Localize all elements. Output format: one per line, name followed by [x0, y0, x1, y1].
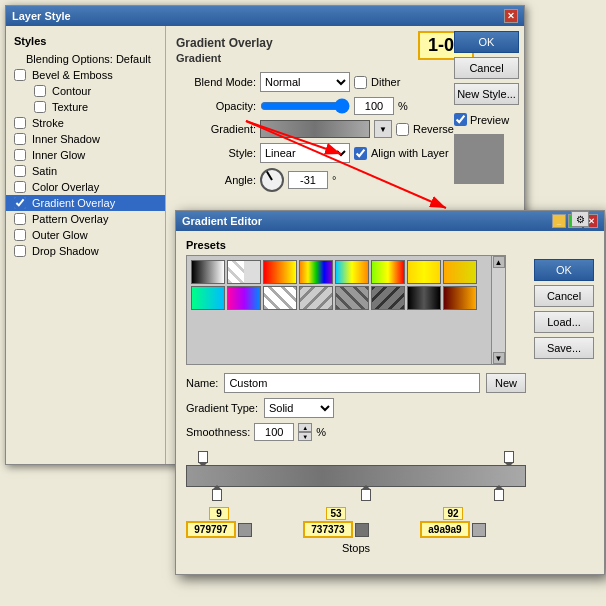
stop-color-3-row: a9a9a9 [420, 521, 486, 538]
blending-options-label: Blending Options: Default [26, 53, 151, 65]
angle-input[interactable] [288, 171, 328, 189]
preview-checkbox[interactable] [454, 113, 467, 126]
sidebar-item-pattern-overlay[interactable]: Pattern Overlay [6, 211, 165, 227]
preset-swatch[interactable] [335, 286, 369, 310]
bevel-checkbox[interactable] [14, 69, 26, 81]
blend-mode-select[interactable]: Normal [260, 72, 350, 92]
opacity-slider[interactable] [260, 98, 350, 114]
gradient-editor-title: Gradient Editor [182, 215, 262, 227]
sidebar-item-bevel[interactable]: Bevel & Emboss [6, 67, 165, 83]
ge-save-button[interactable]: Save... [534, 337, 594, 359]
stop-info-1: 9 979797 [186, 507, 252, 538]
reverse-row: Reverse [396, 123, 454, 136]
scroll-down-btn[interactable]: ▼ [493, 352, 505, 364]
sidebar-item-inner-shadow[interactable]: Inner Shadow [6, 131, 165, 147]
angle-label: Angle: [176, 174, 256, 186]
sidebar-item-outer-glow[interactable]: Outer Glow [6, 227, 165, 243]
sidebar-item-blending-options[interactable]: Blending Options: Default [6, 51, 165, 67]
color-stop-marker-3[interactable] [494, 489, 504, 501]
opacity-label: Opacity: [176, 100, 256, 112]
sidebar-item-stroke[interactable]: Stroke [6, 115, 165, 131]
gradient-bar[interactable] [186, 465, 526, 487]
gradient-type-select[interactable]: Solid [264, 398, 334, 418]
smoothness-input[interactable] [254, 423, 294, 441]
sidebar-item-texture[interactable]: Texture [6, 99, 165, 115]
ge-load-button[interactable]: Load... [534, 311, 594, 333]
ok-button[interactable]: OK [454, 31, 519, 53]
top-stop-marker[interactable] [504, 451, 514, 463]
preset-swatch[interactable] [299, 260, 333, 284]
ge-ok-button[interactable]: OK [534, 259, 594, 281]
gradient-editor-buttons: OK Cancel Load... Save... [534, 239, 594, 566]
stroke-checkbox[interactable] [14, 117, 26, 129]
smoothness-up-btn[interactable]: ▲ [298, 423, 312, 432]
gradient-dropdown-btn[interactable]: ▼ [374, 120, 392, 138]
stroke-label: Stroke [32, 117, 64, 129]
outer-glow-checkbox[interactable] [14, 229, 26, 241]
angle-dial[interactable] [260, 168, 284, 192]
sidebar-item-contour[interactable]: Contour [6, 83, 165, 99]
gradient-editor-body: Presets ⚙ [176, 231, 604, 574]
top-stop-marker[interactable] [198, 451, 208, 463]
preset-swatch[interactable] [371, 286, 405, 310]
drop-shadow-checkbox[interactable] [14, 245, 26, 257]
preset-swatch[interactable] [191, 260, 225, 284]
gradient-bar-container [186, 451, 526, 501]
close-icon[interactable]: ✕ [504, 9, 518, 23]
preset-swatch[interactable] [263, 286, 297, 310]
scroll-up-btn[interactable]: ▲ [493, 256, 505, 268]
minimize-icon[interactable]: _ [552, 214, 566, 228]
preset-swatch[interactable] [371, 260, 405, 284]
preset-swatch[interactable] [407, 260, 441, 284]
new-style-button[interactable]: New Style... [454, 83, 519, 105]
contour-checkbox[interactable] [34, 85, 46, 97]
preset-swatch[interactable] [443, 260, 477, 284]
preset-swatch[interactable] [407, 286, 441, 310]
preset-swatch[interactable] [299, 286, 333, 310]
bottom-stops [186, 487, 526, 501]
presets-header: Presets ⚙ [186, 239, 496, 255]
stop-swatch-3[interactable] [472, 523, 486, 537]
stop-hex-3: a9a9a9 [420, 521, 470, 538]
preset-swatch[interactable] [443, 286, 477, 310]
smoothness-down-btn[interactable]: ▼ [298, 432, 312, 441]
gradient-preview[interactable] [260, 120, 370, 138]
cancel-button[interactable]: Cancel [454, 57, 519, 79]
ge-cancel-button[interactable]: Cancel [534, 285, 594, 307]
sidebar-item-satin[interactable]: Satin [6, 163, 165, 179]
satin-checkbox[interactable] [14, 165, 26, 177]
sidebar-item-color-overlay[interactable]: Color Overlay [6, 179, 165, 195]
dither-checkbox[interactable] [354, 76, 367, 89]
opacity-input[interactable] [354, 97, 394, 115]
preset-swatch[interactable] [191, 286, 225, 310]
dither-row: Dither [354, 76, 400, 89]
sidebar-item-inner-glow[interactable]: Inner Glow [6, 147, 165, 163]
gradient-overlay-checkbox[interactable] [14, 197, 26, 209]
gradient-label: Gradient: [176, 123, 256, 135]
new-gradient-button[interactable]: New [486, 373, 526, 393]
name-input[interactable] [224, 373, 480, 393]
color-stop-marker-2[interactable] [361, 489, 371, 501]
style-select[interactable]: Linear [260, 143, 350, 163]
color-overlay-checkbox[interactable] [14, 181, 26, 193]
inner-shadow-label: Inner Shadow [32, 133, 100, 145]
align-layer-checkbox[interactable] [354, 147, 367, 160]
sidebar-item-gradient-overlay[interactable]: Gradient Overlay [6, 195, 165, 211]
reverse-checkbox[interactable] [396, 123, 409, 136]
pattern-overlay-checkbox[interactable] [14, 213, 26, 225]
stop-swatch-2[interactable] [355, 523, 369, 537]
preset-swatch[interactable] [263, 260, 297, 284]
color-stop-marker-1[interactable] [212, 489, 222, 501]
texture-checkbox[interactable] [34, 101, 46, 113]
angle-unit: ° [332, 174, 336, 186]
presets-settings-btn[interactable]: ⚙ [571, 211, 589, 227]
stop-swatch-1[interactable] [238, 523, 252, 537]
preset-swatch[interactable] [227, 260, 261, 284]
inner-glow-checkbox[interactable] [14, 149, 26, 161]
inner-shadow-checkbox[interactable] [14, 133, 26, 145]
stop-color-1-row: 979797 [186, 521, 252, 538]
preset-swatch[interactable] [227, 286, 261, 310]
sidebar-item-drop-shadow[interactable]: Drop Shadow [6, 243, 165, 259]
preset-swatch[interactable] [335, 260, 369, 284]
opacity-unit: % [398, 100, 408, 112]
